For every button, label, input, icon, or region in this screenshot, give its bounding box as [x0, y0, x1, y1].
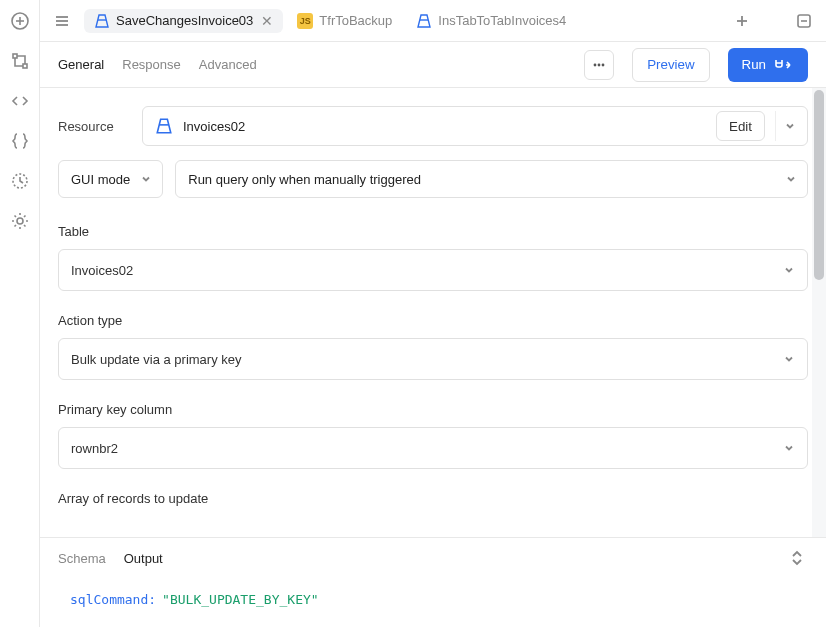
more-actions-button[interactable] [584, 50, 614, 80]
run-button-label: Run [742, 57, 766, 72]
tab-savechangesinvoice03[interactable]: SaveChangesInvoice03 ✕ [84, 9, 283, 33]
table-value: Invoices02 [71, 263, 783, 278]
action-type-selector[interactable]: Bulk update via a primary key [58, 338, 808, 380]
svg-point-16 [594, 63, 597, 66]
chevron-down-icon [785, 173, 797, 185]
chevron-down-icon [783, 442, 795, 454]
braces-icon[interactable] [9, 130, 31, 152]
query-editor-body: Resource Invoices02 Edit GUI m [40, 88, 826, 537]
action-type-label: Action type [58, 313, 808, 328]
mode-selector[interactable]: GUI mode [58, 160, 163, 198]
output-key: sqlCommand: [70, 592, 156, 607]
trigger-selector[interactable]: Run query only when manually triggered [175, 160, 808, 198]
output-tab-schema[interactable]: Schema [58, 551, 106, 566]
resource-selector[interactable]: Invoices02 Edit [142, 106, 808, 146]
add-tab-button[interactable] [728, 7, 756, 35]
output-value: "BULK_UPDATE_BY_KEY" [162, 592, 319, 607]
tab-label: SaveChangesInvoice03 [116, 13, 253, 28]
settings-icon[interactable] [9, 210, 31, 232]
scrollbar-thumb[interactable] [814, 90, 824, 280]
main-panel: SaveChangesInvoice03 ✕ JS TfrToBackup In… [40, 0, 826, 627]
run-button[interactable]: Run [728, 48, 808, 82]
svg-point-17 [598, 63, 601, 66]
edit-resource-button[interactable]: Edit [716, 111, 765, 141]
output-content: sqlCommand: "BULK_UPDATE_BY_KEY" [40, 578, 826, 627]
js-icon: JS [297, 13, 313, 29]
subtab-general[interactable]: General [58, 57, 104, 72]
clock-icon[interactable] [9, 170, 31, 192]
chevron-down-icon [140, 173, 152, 185]
action-type-value: Bulk update via a primary key [71, 352, 783, 367]
table-label: Table [58, 224, 808, 239]
menu-icon[interactable] [48, 7, 76, 35]
code-icon[interactable] [9, 90, 31, 112]
keyboard-shortcut-icon [772, 58, 794, 72]
resource-dropdown-caret[interactable] [775, 111, 803, 141]
add-resource-icon[interactable] [9, 10, 31, 32]
left-icon-rail [0, 0, 40, 627]
svg-rect-4 [23, 64, 27, 68]
tab-tfrtobackup[interactable]: JS TfrToBackup [287, 9, 402, 33]
tab-label: TfrToBackup [319, 13, 392, 28]
query-subtabs: General Response Advanced Preview Run [40, 42, 826, 88]
db-icon [94, 13, 110, 29]
tab-label: InsTabToTabInvoices4 [438, 13, 566, 28]
subtab-advanced[interactable]: Advanced [199, 57, 257, 72]
primary-key-selector[interactable]: rownbr2 [58, 427, 808, 469]
db-icon [416, 13, 432, 29]
svg-point-18 [602, 63, 605, 66]
records-array-label: Array of records to update [58, 491, 808, 506]
collapse-output-icon[interactable] [786, 547, 808, 569]
close-icon[interactable]: ✕ [261, 13, 273, 29]
trigger-value: Run query only when manually triggered [188, 172, 775, 187]
output-tab-output[interactable]: Output [124, 551, 163, 566]
primary-key-label: Primary key column [58, 402, 808, 417]
preview-button[interactable]: Preview [632, 48, 709, 82]
vertical-scrollbar[interactable] [812, 88, 826, 537]
chevron-down-icon [783, 264, 795, 276]
tab-instabtotabinvoices4[interactable]: InsTabToTabInvoices4 [406, 9, 576, 33]
primary-key-value: rownbr2 [71, 441, 783, 456]
output-panel: Schema Output sqlCommand: "BULK_UPDATE_B… [40, 537, 826, 627]
editor-tabs-row: SaveChangesInvoice03 ✕ JS TfrToBackup In… [40, 0, 826, 42]
resource-name: Invoices02 [183, 119, 706, 134]
svg-point-6 [17, 218, 23, 224]
subtab-response[interactable]: Response [122, 57, 181, 72]
mode-value: GUI mode [71, 172, 130, 187]
resource-label: Resource [58, 119, 128, 134]
chevron-down-icon [783, 353, 795, 365]
svg-rect-3 [13, 54, 17, 58]
output-tabs: Schema Output [40, 538, 826, 578]
minimize-panel-button[interactable] [790, 7, 818, 35]
table-selector[interactable]: Invoices02 [58, 249, 808, 291]
transform-icon[interactable] [9, 50, 31, 72]
db-icon [155, 117, 173, 135]
